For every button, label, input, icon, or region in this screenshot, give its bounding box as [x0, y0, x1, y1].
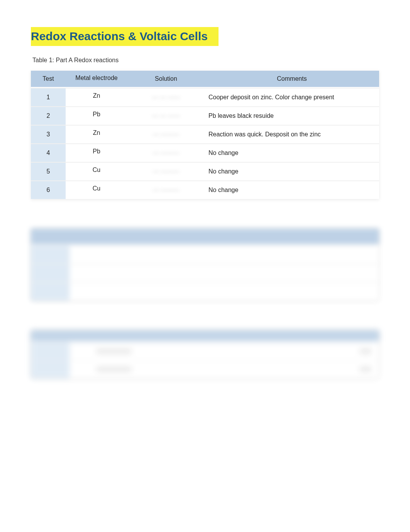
cell-electrode: Pb	[66, 143, 127, 162]
cell-electrode: Zn	[66, 125, 127, 143]
cell-test: 2	[31, 106, 66, 125]
table-row: 5 Cu — ——— No change	[31, 162, 379, 180]
cell-solution: — ———	[127, 162, 205, 180]
cell-electrode: Cu	[66, 180, 127, 199]
page-title: Redox Reactions & Voltaic Cells	[31, 27, 219, 46]
table1: Test Metal electrode Solution Comments 1…	[31, 71, 379, 199]
cell-test: 4	[31, 143, 66, 162]
table2-blurred	[31, 228, 379, 301]
cell-electrode: Pb	[66, 106, 127, 125]
cell-solution: — — ——	[127, 106, 205, 125]
cell-comments: Pb leaves black resuide	[205, 106, 379, 125]
cell-test: 5	[31, 162, 66, 180]
cell-comments: No change	[205, 162, 379, 180]
cell-comments: Cooper deposit on zinc. Color change pre…	[205, 88, 379, 106]
th-electrode: Metal electrode	[66, 71, 127, 88]
table-row: 3 Zn — ——— Reaction was quick. Desposit …	[31, 125, 379, 143]
cell-test: 6	[31, 180, 66, 199]
cell-solution: — ———	[127, 180, 205, 199]
cell-comments: Reaction was quick. Desposit on the zinc	[205, 125, 379, 143]
th-comments: Comments	[205, 71, 379, 88]
cell-electrode: Cu	[66, 162, 127, 180]
table2-placeholder	[31, 228, 379, 301]
cell-comments: No change	[205, 180, 379, 199]
cell-test: 3	[31, 125, 66, 143]
table-row: 6 Cu — ——— No change	[31, 180, 379, 199]
table1-table: Test Metal electrode Solution Comments 1…	[31, 71, 379, 199]
cell-electrode: Zn	[66, 88, 127, 106]
table-row: 2 Pb — — —— Pb leaves black resuide	[31, 106, 379, 125]
th-test: Test	[31, 71, 66, 88]
cell-solution: — — ——	[127, 88, 205, 106]
cell-comments: No change	[205, 143, 379, 162]
table3-placeholder	[31, 330, 379, 378]
th-solution: Solution	[127, 71, 205, 88]
table3-blurred	[31, 330, 379, 378]
cell-solution: — ———	[127, 143, 205, 162]
cell-test: 1	[31, 88, 66, 106]
table-row: 4 Pb — ——— No change	[31, 143, 379, 162]
table-row: 1 Zn — — —— Cooper deposit on zinc. Colo…	[31, 88, 379, 106]
cell-solution: — ———	[127, 125, 205, 143]
page-title-wrap: Redox Reactions & Voltaic Cells	[31, 27, 379, 46]
table1-caption: Table 1: Part A Redox reactions	[31, 57, 379, 64]
table1-header-row: Test Metal electrode Solution Comments	[31, 71, 379, 88]
